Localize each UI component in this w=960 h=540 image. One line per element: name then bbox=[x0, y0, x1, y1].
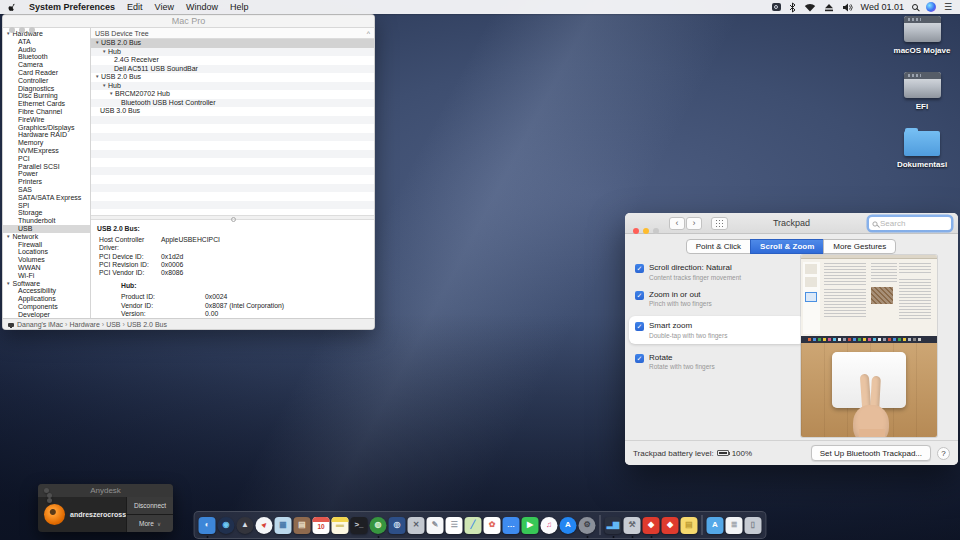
sidebar-item-wwan[interactable]: WWAN bbox=[3, 264, 90, 272]
dock-textedit[interactable]: ✎ bbox=[427, 517, 444, 534]
tree-row[interactable]: ▼Hub bbox=[91, 82, 374, 91]
sidebar-item-thunderbolt[interactable]: Thunderbolt bbox=[3, 217, 90, 225]
dock-app-store[interactable]: A bbox=[560, 517, 577, 534]
dock-anydesk-2[interactable]: ◆ bbox=[662, 517, 679, 534]
sidebar-item-storage[interactable]: Storage bbox=[3, 209, 90, 217]
trackpad-titlebar[interactable]: Trackpad bbox=[625, 213, 958, 234]
dock-applications-folder[interactable]: A bbox=[707, 517, 724, 534]
disclosure-triangle-icon[interactable]: ▼ bbox=[95, 74, 99, 79]
volume-icon[interactable] bbox=[842, 3, 853, 12]
desktop-icon-macos-mojave[interactable]: macOS Mojave bbox=[890, 16, 954, 55]
dock-blue-figure-app[interactable]: ◎ bbox=[389, 517, 406, 534]
tree-row[interactable]: ▼BRCM20702 Hub bbox=[91, 90, 374, 99]
dock-crossed-tools-app[interactable]: ✕ bbox=[408, 517, 425, 534]
system-info-titlebar[interactable]: Mac Pro bbox=[3, 15, 374, 28]
tab-point-click[interactable]: Point & Click bbox=[686, 239, 751, 254]
tab-more-gestures[interactable]: More Gestures bbox=[823, 239, 896, 254]
sidebar-item-audio[interactable]: Audio bbox=[3, 46, 90, 54]
menu-view[interactable]: View bbox=[155, 2, 174, 12]
sidebar-item-fibre-channel[interactable]: Fibre Channel bbox=[3, 108, 90, 116]
gesture-item-scroll-direction-natural[interactable]: Scroll direction: NaturalContent tracks … bbox=[635, 263, 805, 281]
desktop-icon-efi[interactable]: EFI bbox=[890, 72, 954, 111]
dock-automator-app[interactable]: ⚒ bbox=[624, 517, 641, 534]
tree-row[interactable]: ▼USB 2.0 Bus bbox=[91, 39, 374, 48]
sidebar-item-graphics-displays[interactable]: Graphics/Displays bbox=[3, 124, 90, 132]
tree-row[interactable]: USB 3.0 Bus bbox=[91, 107, 374, 116]
splitter-handle[interactable] bbox=[91, 215, 374, 220]
dock-launchpad[interactable]: ▲ bbox=[237, 517, 254, 534]
sidebar-item-pci[interactable]: PCI bbox=[3, 155, 90, 163]
disconnect-button[interactable]: Disconnect bbox=[127, 497, 173, 515]
gesture-item-rotate[interactable]: RotateRotate with two fingers bbox=[635, 353, 805, 371]
sidebar-item-wi-fi[interactable]: Wi-Fi bbox=[3, 272, 90, 280]
sidebar-item-developer[interactable]: Developer bbox=[3, 311, 90, 318]
sidebar-item-sata-sata-express[interactable]: SATA/SATA Express bbox=[3, 194, 90, 202]
tab-scroll-zoom[interactable]: Scroll & Zoom bbox=[750, 239, 824, 254]
dock-itunes[interactable]: ♫ bbox=[541, 517, 558, 534]
dock-activity-chart-app[interactable]: ▂▆ bbox=[605, 517, 622, 534]
menu-help[interactable]: Help bbox=[230, 2, 249, 12]
spotlight-icon[interactable] bbox=[912, 4, 918, 10]
checkbox-checked[interactable] bbox=[635, 354, 644, 363]
dock-maps[interactable]: ╱ bbox=[465, 517, 482, 534]
siri-icon[interactable] bbox=[926, 2, 936, 12]
window-controls-dark[interactable] bbox=[43, 488, 53, 503]
dock-system-preferences[interactable]: ⚙ bbox=[579, 517, 596, 534]
wifi-icon[interactable] bbox=[804, 3, 816, 12]
dock-calendar[interactable]: 10 bbox=[313, 517, 330, 534]
dock-siri[interactable]: ◉ bbox=[218, 517, 235, 534]
menubar-clock[interactable]: Wed 01.01 bbox=[861, 2, 904, 12]
sidebar-item-firewire[interactable]: FireWire bbox=[3, 116, 90, 124]
dock-reminders[interactable]: ☰ bbox=[446, 517, 463, 534]
sidebar-item-components[interactable]: Components bbox=[3, 303, 90, 311]
dock-photos[interactable]: ✿ bbox=[484, 517, 501, 534]
sidebar-item-diagnostics[interactable]: Diagnostics bbox=[3, 85, 90, 93]
disclosure-triangle-icon[interactable]: ▼ bbox=[102, 49, 106, 54]
sidebar-item-card-reader[interactable]: Card Reader bbox=[3, 69, 90, 77]
sidebar-item-spi[interactable]: SPI bbox=[3, 202, 90, 210]
sidebar-item-disc-burning[interactable]: Disc Burning bbox=[3, 92, 90, 100]
checkbox-checked[interactable] bbox=[635, 264, 644, 273]
sidebar-item-power[interactable]: Power bbox=[3, 170, 90, 178]
sidebar-item-sas[interactable]: SAS bbox=[3, 186, 90, 194]
screen-sharing-icon[interactable] bbox=[772, 3, 781, 11]
disclosure-triangle-icon[interactable]: ▼ bbox=[102, 83, 106, 88]
tree-row[interactable]: ▼USB 2.0 Bus bbox=[91, 73, 374, 82]
sidebar-item-bluetooth[interactable]: Bluetooth bbox=[3, 53, 90, 61]
sidebar-item-printers[interactable]: Printers bbox=[3, 178, 90, 186]
dock-trash[interactable]: ▯ bbox=[745, 517, 762, 534]
app-menu[interactable]: System Preferences bbox=[29, 2, 115, 12]
zoom-button[interactable] bbox=[47, 498, 52, 503]
menu-window[interactable]: Window bbox=[186, 2, 218, 12]
sidebar-item-locations[interactable]: Locations bbox=[3, 248, 90, 256]
checkbox-checked[interactable] bbox=[635, 291, 644, 300]
gesture-item-smart-zoom[interactable]: Smart zoomDouble-tap with two fingers bbox=[629, 316, 805, 344]
menu-edit[interactable]: Edit bbox=[127, 2, 143, 12]
dock-green-globe-app[interactable]: ◍ bbox=[370, 517, 387, 534]
sidebar-item-controller[interactable]: Controller bbox=[3, 77, 90, 85]
bluetooth-icon[interactable] bbox=[789, 2, 796, 13]
sidebar-item-hardware-raid[interactable]: Hardware RAID bbox=[3, 131, 90, 139]
checkbox-checked[interactable] bbox=[635, 322, 644, 331]
sidebar-item-ethernet-cards[interactable]: Ethernet Cards bbox=[3, 100, 90, 108]
breadcrumb-item[interactable]: Danang's iMac bbox=[17, 321, 63, 328]
disclosure-triangle-icon[interactable]: ▼ bbox=[109, 91, 113, 96]
dock-safari[interactable]: ▲ bbox=[256, 517, 273, 534]
sidebar-item-volumes[interactable]: Volumes bbox=[3, 256, 90, 264]
sidebar-item-camera[interactable]: Camera bbox=[3, 61, 90, 69]
tree-row[interactable]: ▼Hub bbox=[91, 48, 374, 57]
dock-anydesk[interactable]: ◆ bbox=[643, 517, 660, 534]
tree-row[interactable]: Bluetooth USB Host Controller bbox=[91, 99, 374, 108]
setup-bluetooth-trackpad-button[interactable]: Set Up Bluetooth Trackpad... bbox=[811, 445, 931, 461]
sidebar-item-usb[interactable]: USB bbox=[3, 225, 90, 233]
apple-menu-icon[interactable] bbox=[8, 2, 19, 13]
dock-notes[interactable]: ▬ bbox=[332, 517, 349, 534]
sidebar-item-memory[interactable]: Memory bbox=[3, 139, 90, 147]
dock-facetime[interactable]: ▶ bbox=[522, 517, 539, 534]
tree-row[interactable]: 2.4G Receiver bbox=[91, 56, 374, 65]
breadcrumb-item[interactable]: USB bbox=[106, 321, 120, 328]
search-field[interactable] bbox=[869, 217, 951, 230]
sidebar-item-ata[interactable]: ATA bbox=[3, 38, 90, 46]
breadcrumb-item[interactable]: USB 2.0 Bus bbox=[127, 321, 167, 328]
help-button[interactable]: ? bbox=[937, 447, 950, 460]
